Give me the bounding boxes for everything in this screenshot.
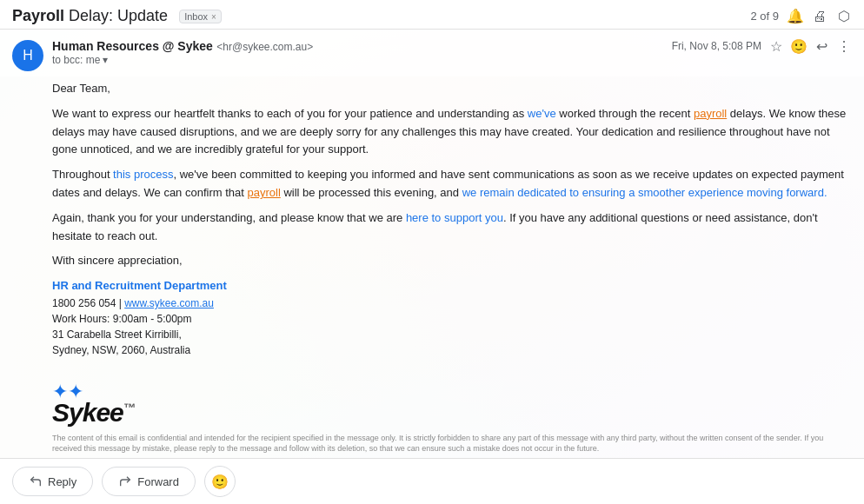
emoji-button[interactable]: 🙂 [204, 466, 236, 497]
sig-address1: 31 Carabella Street Kirribilli, [52, 327, 852, 342]
inbox-label: Inbox [184, 11, 208, 22]
email-subject: Payroll Delay: Update Inbox × [12, 7, 750, 25]
sender-info: Human Resources @ Sykee <hr@sykee.com.au… [52, 38, 672, 66]
more-options-icon[interactable]: ⋮ [836, 38, 852, 54]
forward-arrow-icon [118, 474, 132, 488]
close-badge-button[interactable]: × [211, 12, 216, 22]
email-body: Dear Team, We want to express our heartf… [0, 76, 864, 377]
paragraph-3: Again, thank you for your understanding,… [52, 209, 852, 246]
emoji-icon: 🙂 [211, 474, 229, 490]
sig-dept: HR and Recruitment Department [52, 277, 852, 295]
sykee-logo: ✦✦ Sykee™ [52, 381, 135, 428]
print-icon[interactable]: 🖨 [812, 9, 827, 24]
reply-button[interactable]: Reply [12, 467, 93, 496]
logo-area: ✦✦ Sykee™ [0, 377, 864, 429]
disclaimer: The content of this email is confidentia… [0, 429, 864, 458]
avatar-letter: H [23, 48, 33, 63]
email-date: Fri, Nov 8, 5:08 PM [672, 40, 761, 52]
paragraph-1: We want to express our heartfelt thanks … [52, 105, 852, 159]
subject-rest: Delay: Update [64, 7, 168, 24]
top-bar-right: 2 of 9 🔔 🖨 ⬡ [750, 9, 852, 24]
inbox-badge[interactable]: Inbox × [179, 10, 222, 23]
to-line[interactable]: to bcc: me ▾ [52, 54, 672, 66]
sig-phone: 1800 256 054 | www.sykee.com.au [52, 295, 852, 311]
greeting: Dear Team, [52, 80, 852, 98]
avatar: H [12, 40, 43, 71]
sig-phone-number: 1800 256 054 [52, 297, 116, 309]
forward-button[interactable]: Forward [102, 467, 196, 496]
reply-label: Reply [48, 475, 76, 488]
sender-name: Human Resources @ Sykee [52, 39, 213, 53]
forward-label: Forward [137, 475, 179, 488]
disclaimer-text: The content of this email is confidentia… [52, 434, 823, 454]
reply-arrow-icon [29, 474, 43, 488]
subject-payroll: Payroll [12, 7, 64, 24]
sykee-logo-text: Sykee™ [52, 398, 135, 428]
sender-email: <hr@sykee.com.au> [216, 41, 313, 53]
emoji-react-icon[interactable]: 🙂 [791, 38, 807, 54]
sig-address2: Sydney, NSW, 2060, Australia [52, 342, 852, 358]
sig-hours: Work Hours: 9:00am - 5:00pm [52, 311, 852, 327]
chevron-down-icon[interactable]: ▾ [103, 54, 108, 66]
paragraph-2: Throughout this process, we've been comm… [52, 166, 852, 202]
new-window-icon[interactable]: ⬡ [836, 9, 852, 24]
sig-website-link[interactable]: www.sykee.com.au [124, 297, 214, 309]
action-bar: Reply Forward 🙂 [0, 458, 864, 504]
email-header: H Human Resources @ Sykee <hr@sykee.com.… [0, 30, 864, 76]
sender-name-row: Human Resources @ Sykee <hr@sykee.com.au… [52, 38, 672, 54]
snooze-icon[interactable]: 🔔 [788, 9, 803, 24]
star-icon[interactable]: ☆ [768, 38, 784, 54]
email-counter: 2 of 9 [750, 10, 779, 23]
closing: With sincere appreciation, [52, 252, 852, 270]
email-header-right: Fri, Nov 8, 5:08 PM ☆ 🙂 ↩ ⋮ [672, 38, 852, 54]
to-label: to bcc: me [52, 54, 100, 66]
subject-bar: Payroll Delay: Update Inbox × 2 of 9 🔔 🖨… [0, 0, 864, 30]
signature: HR and Recruitment Department 1800 256 0… [52, 277, 852, 358]
reply-icon[interactable]: ↩ [814, 38, 829, 54]
